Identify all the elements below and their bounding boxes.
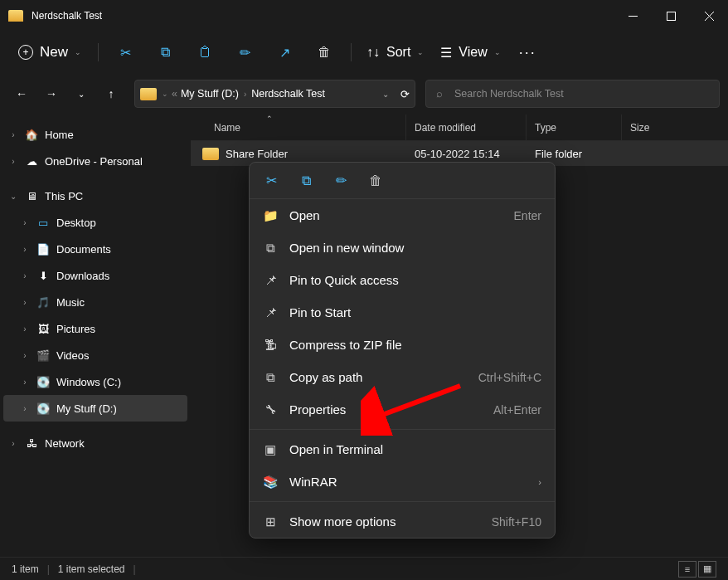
properties-icon: 🔧︎ xyxy=(263,402,278,417)
drive-icon: 💽 xyxy=(35,376,51,388)
window-title: Nerdschalk Test xyxy=(32,10,614,22)
recent-button[interactable]: ⌄ xyxy=(68,80,95,107)
paste-icon[interactable]: 📋︎ xyxy=(188,37,221,67)
chevron-down-icon: ⌄ xyxy=(494,48,501,56)
search-input[interactable]: ⌕ Search Nerdschalk Test xyxy=(425,80,720,108)
sort-button[interactable]: ↑↓ Sort ⌄ xyxy=(360,40,430,65)
sidebar-item-mystuff-d[interactable]: ›💽My Stuff (D:) xyxy=(3,395,187,422)
sidebar-item-pictures[interactable]: ›🖼Pictures xyxy=(3,315,187,342)
menu-properties[interactable]: 🔧︎ Properties Alt+Enter xyxy=(250,393,555,426)
drive-icon: 💽 xyxy=(35,402,51,415)
chevron-right-icon: › xyxy=(20,324,30,334)
forward-button[interactable]: → xyxy=(38,80,65,107)
chevron-right-icon: › xyxy=(538,477,541,487)
cut-icon[interactable]: ✂ xyxy=(109,37,142,67)
refresh-button[interactable]: ⟳ xyxy=(400,88,410,100)
view-button[interactable]: ☰ View ⌄ xyxy=(434,40,507,66)
menu-compress-zip[interactable]: 🗜︎ Compress to ZIP file xyxy=(250,329,555,361)
sidebar-item-desktop[interactable]: ›▭Desktop xyxy=(3,209,187,236)
titlebar: Nerdschalk Test xyxy=(0,0,728,32)
separator: | xyxy=(133,563,136,575)
dropdown-button[interactable]: ⌄ xyxy=(382,90,389,99)
new-window-icon: ⧉ xyxy=(263,241,278,256)
music-icon: 🎵 xyxy=(35,296,51,309)
sidebar-item-home[interactable]: ›🏠Home xyxy=(3,121,187,148)
breadcrumb-folder[interactable]: Nerdschalk Test xyxy=(251,88,325,100)
column-date[interactable]: Date modified xyxy=(406,115,527,140)
menu-pin-quick-access[interactable]: 📌︎ Pin to Quick access xyxy=(250,264,555,296)
sidebar-item-onedrive[interactable]: ›☁OneDrive - Personal xyxy=(3,148,187,174)
view-icon: ☰ xyxy=(440,45,452,61)
sidebar-item-thispc[interactable]: ⌄🖥This PC xyxy=(3,183,187,209)
search-icon: ⌕ xyxy=(436,88,443,100)
sidebar-item-downloads[interactable]: ›⬇Downloads xyxy=(3,262,187,289)
cell-type: File folder xyxy=(527,148,622,160)
selection-count: 1 item selected xyxy=(58,563,125,575)
column-headers: Name⌃ Date modified Type Size xyxy=(191,115,728,141)
chevron-down-icon: ⌄ xyxy=(75,48,81,56)
pin-icon: 📌︎ xyxy=(263,305,278,319)
zip-icon: 🗜︎ xyxy=(263,338,278,352)
chevron-right-icon: › xyxy=(8,130,18,139)
cell-name: Share Folder xyxy=(191,148,406,160)
details-view-button[interactable]: ≡ xyxy=(678,561,696,578)
up-button[interactable]: ↑ xyxy=(98,80,124,107)
breadcrumb[interactable]: ⌄ « My Stuff (D:) › Nerdschalk Test ⌄ ⟳ xyxy=(134,80,415,108)
separator xyxy=(250,501,555,502)
share-icon[interactable]: ↗ xyxy=(268,37,301,67)
column-name[interactable]: Name⌃ xyxy=(191,115,406,140)
sidebar-item-network[interactable]: ›🖧Network xyxy=(3,430,187,456)
cloud-icon: ☁ xyxy=(23,155,40,168)
cut-icon[interactable]: ✂ xyxy=(263,173,279,188)
chevron-right-icon: › xyxy=(20,218,30,227)
item-count: 1 item xyxy=(12,563,39,575)
thumbnails-view-button[interactable]: ▦ xyxy=(698,561,716,578)
chevron-right-icon: › xyxy=(20,404,30,413)
delete-icon[interactable]: 🗑︎ xyxy=(308,37,341,67)
menu-pin-start[interactable]: 📌︎ Pin to Start xyxy=(250,296,555,329)
view-label: View xyxy=(459,45,487,60)
view-toggles: ≡ ▦ xyxy=(678,561,716,578)
chevron-right-icon: › xyxy=(20,351,30,360)
copy-path-icon: ⧉ xyxy=(263,370,278,385)
chevron-right-icon: › xyxy=(20,271,30,280)
close-button[interactable] xyxy=(690,2,728,29)
menu-winrar[interactable]: 📚 WinRAR › xyxy=(250,465,555,498)
sort-label: Sort xyxy=(386,45,410,60)
more-button[interactable]: ··· xyxy=(511,44,545,61)
chevron-right-icon: › xyxy=(244,90,246,99)
breadcrumb-drive[interactable]: My Stuff (D:) xyxy=(181,88,239,100)
sidebar: ›🏠Home ›☁OneDrive - Personal ⌄🖥This PC ›… xyxy=(0,115,191,562)
menu-open[interactable]: 📁 Open Enter xyxy=(250,199,555,232)
rename-icon[interactable]: ✏︎ xyxy=(228,37,261,67)
rename-icon[interactable]: ✏︎ xyxy=(332,173,349,188)
new-label: New xyxy=(40,44,68,61)
sidebar-item-documents[interactable]: ›📄Documents xyxy=(3,236,187,262)
plus-icon: + xyxy=(18,45,33,60)
menu-open-new-window[interactable]: ⧉ Open in new window xyxy=(250,232,555,264)
separator xyxy=(351,43,352,61)
chevron-icon: ⌄ xyxy=(162,90,168,98)
sort-indicator: ⌃ xyxy=(266,115,273,123)
breadcrumb-prefix: « xyxy=(172,88,177,100)
network-icon: 🖧 xyxy=(23,437,40,450)
back-button[interactable]: ← xyxy=(8,80,35,107)
menu-show-more[interactable]: ⊞ Show more options Shift+F10 xyxy=(250,505,555,538)
new-button[interactable]: + New ⌄ xyxy=(10,39,90,66)
sidebar-item-videos[interactable]: ›🎬Videos xyxy=(3,342,187,368)
chevron-right-icon: › xyxy=(8,157,18,166)
column-size[interactable]: Size xyxy=(622,115,728,140)
menu-open-terminal[interactable]: ▣ Open in Terminal xyxy=(250,433,555,465)
column-type[interactable]: Type xyxy=(527,115,622,140)
delete-icon[interactable]: 🗑︎ xyxy=(367,173,384,188)
maximize-button[interactable] xyxy=(652,2,690,29)
copy-icon[interactable]: ⧉ xyxy=(148,37,182,67)
folder-icon: 📁 xyxy=(263,208,278,223)
sidebar-item-music[interactable]: ›🎵Music xyxy=(3,289,187,315)
desktop-icon: ▭ xyxy=(35,217,51,229)
copy-icon[interactable]: ⧉ xyxy=(298,173,314,188)
minimize-button[interactable] xyxy=(614,2,652,29)
cell-date: 05-10-2022 15:14 xyxy=(406,148,527,160)
menu-copy-path[interactable]: ⧉ Copy as path Ctrl+Shift+C xyxy=(250,361,555,393)
sidebar-item-windows-c[interactable]: ›💽Windows (C:) xyxy=(3,368,187,395)
